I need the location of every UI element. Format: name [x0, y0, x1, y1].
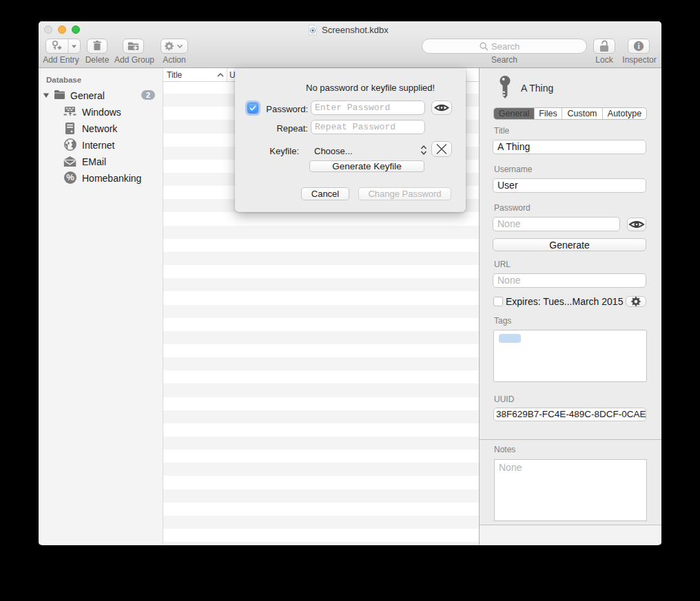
svg-text:%: %: [66, 172, 74, 182]
